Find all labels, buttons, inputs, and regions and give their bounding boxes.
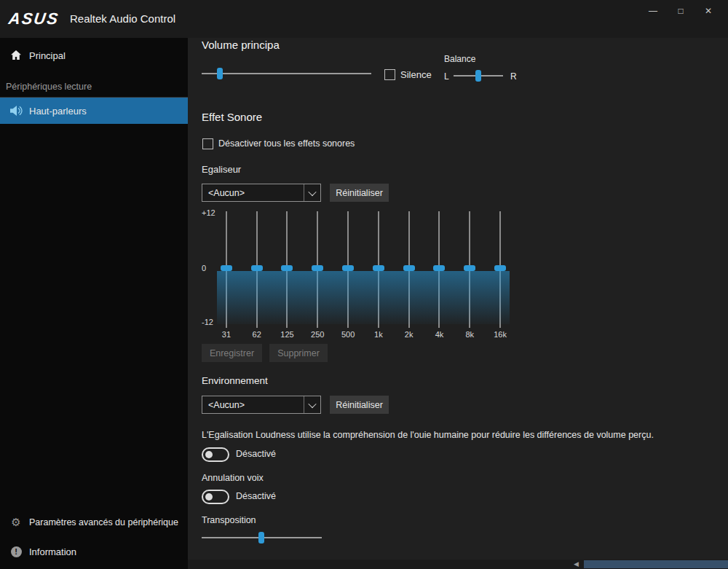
eq-freq-label: 8k	[465, 330, 474, 339]
delete-preset-button[interactable]: Supprimer	[269, 344, 328, 362]
eq-slider-thumb[interactable]	[251, 265, 263, 271]
balance-right-label: R	[510, 71, 517, 82]
sidebar-item-label: Haut-parleurs	[29, 106, 87, 117]
asus-logo: ASUS	[7, 9, 60, 28]
voice-cancellation-toggle[interactable]	[202, 490, 229, 504]
environment-preset-value: <Aucun>	[202, 400, 304, 410]
eq-slider-thumb[interactable]	[342, 265, 354, 271]
environment-reset-button[interactable]: Réinitialiser	[330, 396, 389, 414]
title-bar: ASUS Realtek Audio Control — □ ✕	[0, 0, 728, 38]
balance-slider[interactable]	[454, 70, 503, 82]
equalizer-preset-value: <Aucun>	[202, 188, 304, 198]
voice-cancellation-label: Annulation voix	[202, 473, 264, 483]
loudness-state-label: Désactivé	[236, 449, 276, 459]
volume-slider[interactable]	[202, 68, 371, 79]
toggle-knob	[205, 451, 213, 458]
equalizer-preset-dropdown[interactable]: <Aucun>	[202, 184, 321, 202]
sidebar-section-label: Périphériques lecture	[6, 82, 92, 92]
window-controls: — □ ✕	[639, 1, 722, 20]
chevron-down-icon	[304, 396, 320, 413]
voice-cancellation-state-label: Désactivé	[236, 491, 276, 501]
transposition-slider[interactable]	[202, 532, 322, 544]
equalizer-area: 31 62 125 250 500 1k	[211, 211, 515, 341]
sound-effects-title: Effet Sonore	[202, 111, 262, 123]
scrollbar-thumb[interactable]	[584, 560, 728, 568]
eq-freq-label: 1k	[374, 330, 383, 339]
eq-freq-label: 125	[280, 330, 293, 339]
eq-freq-label: 250	[311, 330, 324, 339]
close-button[interactable]: ✕	[695, 1, 722, 20]
volume-slider-thumb[interactable]	[217, 68, 223, 79]
app-title: Realtek Audio Control	[70, 12, 175, 25]
eq-slider-thumb[interactable]	[281, 265, 293, 271]
eq-scale-zero: 0	[202, 264, 206, 272]
eq-slider-thumb[interactable]	[312, 265, 323, 271]
eq-slider-thumb[interactable]	[464, 265, 475, 271]
eq-slider-thumb[interactable]	[403, 265, 415, 271]
sidebar-item-principal[interactable]: Principal	[0, 42, 188, 68]
eq-slider-thumb[interactable]	[433, 265, 445, 271]
sidebar-item-advanced-settings[interactable]: ⚙ Paramètres avancés du périphérique	[0, 509, 188, 535]
balance-left-label: L	[444, 71, 449, 82]
eq-gradient-fill	[217, 271, 510, 324]
sidebar-item-information[interactable]: ! Information	[0, 538, 188, 565]
scrollbar-left-arrow-icon[interactable]: ◀	[574, 560, 579, 568]
info-icon: !	[9, 546, 23, 557]
eq-freq-label: 31	[222, 330, 231, 339]
sidebar: Principal Périphériques lecture Haut-par…	[0, 38, 188, 569]
environment-label: Environnement	[202, 375, 268, 386]
sidebar-item-label: Information	[29, 546, 76, 557]
balance-label: Balance	[444, 54, 475, 64]
horizontal-scrollbar[interactable]: ◀	[188, 560, 728, 569]
equalizer-reset-button[interactable]: Réinitialiser	[330, 184, 389, 202]
silence-label: Silence	[400, 69, 432, 80]
eq-freq-label: 16k	[494, 330, 507, 339]
loudness-toggle[interactable]	[202, 447, 229, 462]
loudness-description: L'Egalisation Loudness utilise la compré…	[202, 430, 711, 440]
eq-slider-thumb[interactable]	[373, 265, 384, 271]
toggle-knob	[205, 493, 213, 501]
sidebar-item-label: Paramètres avancés du périphérique	[29, 517, 178, 527]
eq-slider-thumb[interactable]	[221, 265, 232, 271]
save-preset-button[interactable]: Enregistrer	[202, 344, 262, 362]
sidebar-item-haut-parleurs[interactable]: Haut-parleurs	[0, 98, 188, 124]
eq-freq-label: 4k	[435, 330, 444, 339]
eq-freq-label: 62	[253, 330, 261, 339]
disable-all-effects-checkbox[interactable]	[202, 138, 213, 149]
disable-all-effects-label: Désactiver tous les effets sonores	[218, 138, 355, 149]
silence-checkbox[interactable]	[384, 69, 395, 80]
minimize-button[interactable]: —	[639, 1, 667, 20]
transposition-label: Transposition	[202, 515, 256, 525]
eq-freq-label: 2k	[405, 330, 414, 339]
balance-slider-thumb[interactable]	[475, 70, 481, 82]
sidebar-item-label: Principal	[29, 50, 66, 61]
eq-freq-label: 500	[341, 330, 355, 339]
volume-title: Volume principa	[202, 39, 280, 51]
transposition-slider-thumb[interactable]	[258, 532, 264, 544]
maximize-button[interactable]: □	[667, 1, 695, 20]
speaker-icon	[9, 105, 23, 117]
equalizer-label: Egaliseur	[202, 164, 241, 175]
main-content: Volume principa Silence Balance L R Effe…	[188, 38, 728, 569]
chevron-down-icon	[304, 184, 320, 201]
home-icon	[9, 50, 23, 61]
environment-preset-dropdown[interactable]: <Aucun>	[202, 396, 321, 414]
volume-slider-track	[202, 73, 371, 74]
eq-slider-thumb[interactable]	[494, 265, 506, 271]
gear-icon: ⚙	[9, 516, 23, 529]
